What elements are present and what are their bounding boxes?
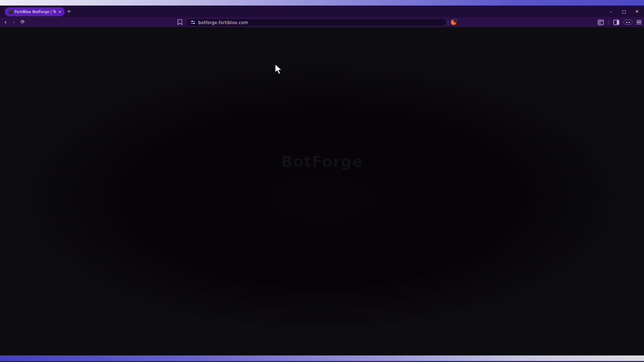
sidebar-panel-icon[interactable] bbox=[613, 20, 619, 25]
site-settings-icon[interactable] bbox=[191, 20, 195, 25]
browser-tools-icon[interactable] bbox=[598, 20, 604, 25]
tab-close-icon[interactable]: ✕ bbox=[58, 10, 62, 14]
bookmark-icon[interactable] bbox=[178, 19, 182, 25]
mouse-cursor bbox=[275, 64, 283, 75]
browser-window: FortiBlox BotForge | Telegram P... ✕ + –… bbox=[0, 0, 644, 362]
back-button[interactable]: ‹ bbox=[3, 18, 8, 27]
page-content: BotForge bbox=[0, 27, 644, 355]
window-bottom-accent bbox=[0, 355, 644, 362]
reload-button[interactable]: ⟳ bbox=[20, 18, 25, 27]
tab-bar: FortiBlox BotForge | Telegram P... ✕ + –… bbox=[0, 6, 644, 17]
window-top-accent bbox=[0, 0, 644, 6]
page-watermark-text: BotForge bbox=[281, 153, 363, 170]
window-controls: – ▢ ✕ bbox=[608, 6, 642, 17]
url-text: botforge.fortiblox.com bbox=[198, 20, 248, 25]
pill-dot bbox=[626, 22, 627, 23]
toolbar-separator: | bbox=[447, 19, 449, 26]
url-bar[interactable]: botforge.fortiblox.com bbox=[187, 19, 446, 26]
forward-button[interactable]: › bbox=[12, 18, 17, 27]
favicon bbox=[9, 10, 13, 14]
close-button[interactable]: ✕ bbox=[634, 6, 640, 17]
toolbar-separator: | bbox=[608, 20, 609, 25]
navigation-buttons: ‹ › ⟳ bbox=[3, 17, 25, 27]
pill-dot bbox=[628, 22, 630, 23]
split-view-icon[interactable] bbox=[623, 20, 632, 25]
browser-toolbar: ‹ › ⟳ botforge.fortiblox.com | bbox=[0, 17, 644, 27]
menu-icon[interactable] bbox=[636, 20, 641, 25]
tab-title: FortiBlox BotForge | Telegram P... bbox=[15, 8, 56, 16]
maximize-button[interactable]: ▢ bbox=[621, 6, 627, 17]
toolbar-right-icons: | bbox=[598, 17, 641, 27]
adblock-extension-icon[interactable] bbox=[451, 20, 456, 25]
new-tab-button[interactable]: + bbox=[65, 8, 72, 16]
minimize-button[interactable]: – bbox=[608, 6, 614, 17]
tab-fortiblox-botforge[interactable]: FortiBlox BotForge | Telegram P... ✕ bbox=[5, 8, 64, 16]
